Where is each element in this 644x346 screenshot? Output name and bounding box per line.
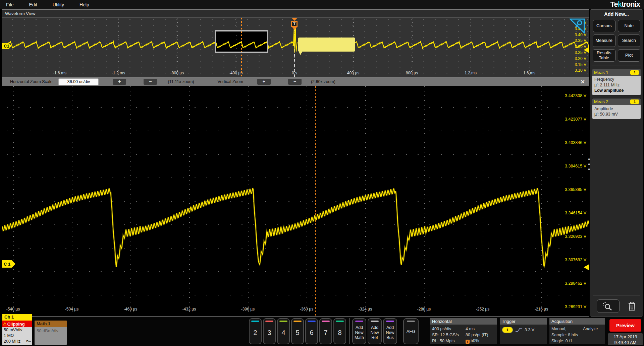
date-label: 17 Apr 2019 bbox=[608, 334, 643, 340]
meas1-header[interactable]: Meas 1 1 bbox=[592, 69, 641, 76]
hzoom-minus-button[interactable]: − bbox=[144, 79, 157, 85]
add-new-bus-button[interactable]: AddNewBus bbox=[383, 318, 397, 344]
hzoom-plus-button[interactable]: + bbox=[113, 79, 126, 85]
channel7-button[interactable]: 7 bbox=[319, 318, 332, 344]
trigger-marker-icon[interactable]: T bbox=[291, 21, 298, 27]
afg-button[interactable]: AFG bbox=[403, 318, 419, 344]
channel8-color-strip bbox=[336, 321, 344, 322]
meas1-body: Frequency µ': 2.111 MHz Low amplitude bbox=[592, 76, 641, 95]
sidebar-button-note[interactable]: Note bbox=[618, 20, 641, 32]
menu-edit[interactable]: Edit bbox=[21, 0, 45, 9]
menu-help[interactable]: Help bbox=[72, 0, 97, 9]
zoom-toolbar: Horizontal Zoom Scale 36.00 us/div + − (… bbox=[2, 77, 589, 86]
channel5-button[interactable]: 5 bbox=[291, 318, 304, 344]
horizontal-scale: 400 µs/div bbox=[432, 327, 451, 331]
main-channel1-level-arrow-icon[interactable] bbox=[584, 264, 589, 270]
vzoom-plus-button[interactable]: + bbox=[257, 79, 271, 85]
sidebar-button-cursors[interactable]: Cursors bbox=[593, 20, 615, 32]
main-time-label: -540 µs bbox=[6, 307, 20, 312]
main-time-label: -468 µs bbox=[124, 307, 137, 312]
sidebar-bottom bbox=[593, 295, 640, 313]
add-new-math-button[interactable]: AddNewMath bbox=[352, 318, 366, 344]
math1-panel[interactable]: Math 1 50 dBm/div bbox=[35, 321, 67, 345]
trigger-position-value: 50% bbox=[471, 338, 479, 343]
draw-zoom-box-icon[interactable] bbox=[570, 18, 585, 33]
main-voltage-label: 3.307692 V bbox=[565, 258, 586, 262]
overview-time-label: 1.6 ms bbox=[523, 71, 535, 75]
channel3-label: 3 bbox=[264, 329, 275, 337]
trigger-marker-arrow-icon[interactable] bbox=[291, 18, 298, 21]
panel-splitter-handle[interactable]: ••• bbox=[587, 157, 591, 172]
meas1-card[interactable]: Meas 1 1 Frequency µ': 2.111 MHz Low amp… bbox=[592, 69, 641, 95]
channel8-button[interactable]: 8 bbox=[333, 318, 346, 344]
meas2-value: µ': 50.93 mV bbox=[594, 112, 639, 117]
main-time-label: -504 µs bbox=[65, 307, 78, 312]
meas2-header[interactable]: Meas 2 1 bbox=[592, 98, 641, 105]
preview-button[interactable]: Preview bbox=[609, 319, 641, 332]
trigger-marker-tail-icon bbox=[292, 27, 297, 30]
sidebar-button-search[interactable]: Search bbox=[618, 34, 641, 47]
overview-time-label: -1.2 ms bbox=[112, 71, 125, 75]
channel2-button[interactable]: 2 bbox=[249, 318, 262, 344]
main-time-label: -216 µs bbox=[535, 307, 548, 312]
rising-edge-icon bbox=[515, 327, 523, 334]
overview-time-label: 800 µs bbox=[406, 71, 418, 75]
close-zoom-icon[interactable]: ✕ bbox=[581, 79, 585, 85]
horizontal-panel[interactable]: Horizontal 400 µs/div 4 ms SR: 12.5 GS/s… bbox=[430, 318, 497, 344]
channel6-label: 6 bbox=[306, 329, 317, 337]
sidebar-button-results-table[interactable]: Results Table bbox=[593, 49, 615, 62]
sidebar-button-plot[interactable]: Plot bbox=[618, 49, 641, 62]
main-time-label: -288 µs bbox=[417, 307, 431, 312]
meas1-source-badge: 1 bbox=[630, 70, 639, 75]
channel4-button[interactable]: 4 bbox=[277, 318, 290, 344]
horizontal-trigger-position: T50% bbox=[466, 338, 479, 344]
channel6-button[interactable]: 6 bbox=[305, 318, 318, 344]
add-new-ref-button[interactable]: AddNewRef bbox=[368, 318, 382, 344]
acquisition-panel[interactable]: Acquisition Manual, Analyze Sample: 8 bi… bbox=[549, 318, 605, 344]
horizontal-zoom-scale-input[interactable]: 36.00 us/div bbox=[58, 78, 99, 85]
meas1-value: µ': 2.111 MHz bbox=[594, 82, 639, 88]
channel1-tab[interactable]: Ch 1 bbox=[2, 314, 32, 321]
horizontal-record-length: RL: 50 Mpts bbox=[432, 339, 454, 343]
channel1-panel[interactable]: ⚠ Clipping 50 mV/div1 MΩ200 MHzBw bbox=[2, 321, 32, 345]
tektronix-logo: Tektronix bbox=[610, 0, 640, 9]
channel1-setting: 50 mV/div bbox=[2, 327, 32, 333]
channel2-color-strip bbox=[251, 321, 259, 322]
trigger-source-badge: 1 bbox=[502, 327, 513, 333]
settings-bar: Ch 1 ⚠ Clipping 50 mV/div1 MΩ200 MHzBw M… bbox=[0, 317, 644, 346]
add-new-label: AddNewRef bbox=[368, 325, 381, 340]
main-time-label: -360 µs bbox=[300, 307, 313, 312]
channel3-button[interactable]: 3 bbox=[263, 318, 276, 344]
overview-voltage-label: 3.35 V bbox=[575, 38, 586, 43]
meas2-card[interactable]: Meas 2 1 Amplitude µ': 50.93 mV bbox=[592, 98, 641, 119]
clipping-banner: ⚠ Clipping bbox=[2, 321, 32, 327]
overview-time-label: 400 µs bbox=[347, 71, 359, 75]
logo-te: Te bbox=[610, 0, 618, 8]
overview-voltage-label: 3.25 V bbox=[575, 50, 586, 55]
channel5-label: 5 bbox=[292, 329, 303, 337]
menu-file[interactable]: File bbox=[0, 0, 21, 9]
zoom-select-button[interactable] bbox=[597, 299, 620, 313]
acquisition-title: Acquisition bbox=[549, 318, 605, 325]
overview-time-label: -400 µs bbox=[229, 71, 243, 75]
add-new-color-strip bbox=[386, 321, 394, 322]
main-time-label: -324 µs bbox=[359, 307, 372, 312]
menu-utility[interactable]: Utility bbox=[45, 0, 72, 9]
zoomed-waveform-plot[interactable]: C 1 -540 µs-504 µs-468 µs-432 µs-396 µs-… bbox=[2, 86, 589, 316]
overview-voltage-label: 3.15 V bbox=[575, 62, 586, 67]
channel3-color-strip bbox=[265, 321, 273, 322]
vzoom-minus-button[interactable]: − bbox=[288, 79, 302, 85]
trigger-panel[interactable]: Trigger 1 3.3 V bbox=[500, 318, 547, 344]
channel1-setting: 200 MHzBw bbox=[2, 339, 32, 344]
add-new-heading: Add New... bbox=[590, 11, 643, 17]
zoom-box[interactable] bbox=[215, 30, 268, 53]
trash-icon[interactable] bbox=[627, 301, 637, 312]
acquisition-sample: Sample: 8 bits bbox=[551, 333, 578, 337]
acquisition-single: Single: 0 /1 bbox=[551, 339, 573, 343]
sidebar-button-measure[interactable]: Measure bbox=[593, 34, 615, 47]
acquisition-mode: Manual, bbox=[551, 327, 566, 331]
overview-plot[interactable]: T C1 -1.6 ms-1.2 ms-800 µs-400 µs0 s400 … bbox=[2, 18, 589, 77]
meas1-type: Frequency bbox=[594, 77, 639, 82]
main-voltage-label: 3.288462 V bbox=[565, 281, 586, 286]
overview-time-label: -800 µs bbox=[170, 71, 184, 75]
